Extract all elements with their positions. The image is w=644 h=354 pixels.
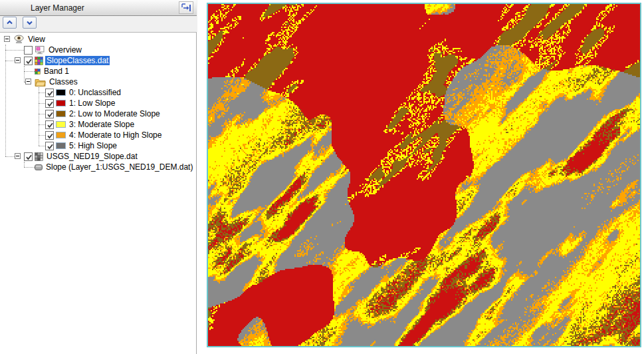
class-color-swatch[interactable]	[56, 89, 66, 96]
tree-row-2-low-to-moderate-slope[interactable]: 2: Low to Moderate Slope	[0, 108, 196, 119]
checkbox-checked[interactable]	[45, 99, 54, 108]
dock-right-icon[interactable]	[179, 1, 193, 14]
tree-connector-line	[39, 135, 45, 136]
checkbox-checked[interactable]	[45, 110, 54, 118]
tree-connector-line	[5, 50, 24, 51]
tree-row-content: Slope (Layer_1:USGS_NED19_DEM.dat)	[35, 162, 194, 172]
tree-label[interactable]: SlopeClasses.dat	[45, 56, 110, 65]
tree-connector-line	[5, 156, 15, 157]
tree-row-content: 5: High Slope	[45, 140, 118, 151]
tree-row-overview[interactable]: Overview	[0, 45, 196, 55]
tree-row-slope-layer-1-usgs-ned19-dem-dat[interactable]: Slope (Layer_1:USGS_NED19_DEM.dat)	[0, 162, 196, 172]
panel-title: Layer Manager	[0, 3, 84, 13]
tree-row-content: View	[13, 34, 47, 45]
expander-minus-icon[interactable]	[4, 36, 10, 42]
tree-label[interactable]: 5: High Slope	[68, 141, 118, 150]
tree-row-content: 2: Low to Moderate Slope	[45, 108, 161, 119]
tree-label[interactable]: USGS_NED19_Slope.dat	[45, 152, 139, 161]
tree-label[interactable]: 2: Low to Moderate Slope	[68, 109, 161, 118]
tree-row-content: USGS_NED19_Slope.dat	[24, 151, 139, 162]
tree-row-content: Band 1	[35, 66, 70, 77]
checkbox-checked[interactable]	[24, 57, 33, 65]
expander-minus-icon[interactable]	[25, 79, 31, 85]
tree-label[interactable]: Band 1	[43, 67, 70, 76]
class-color-swatch[interactable]	[56, 142, 66, 149]
tree-connector-line	[24, 167, 35, 168]
color-raster-icon	[35, 57, 43, 65]
expander-minus-icon[interactable]	[15, 153, 21, 159]
expander-minus-icon[interactable]	[15, 57, 21, 63]
checkbox-unchecked[interactable]	[24, 46, 33, 55]
tree-row-usgs-ned19-slope-dat[interactable]: USGS_NED19_Slope.dat	[0, 151, 196, 162]
checkbox-checked[interactable]	[45, 142, 54, 150]
tree-row-content: 3: Moderate Slope	[45, 119, 136, 130]
tree-connector-line	[39, 103, 45, 104]
class-color-swatch[interactable]	[56, 110, 66, 117]
tree-label[interactable]: 1: Low Slope	[68, 98, 116, 108]
tree-toolbar	[0, 17, 37, 31]
tree-row-content: Overview	[24, 45, 83, 55]
tree-row-1-low-slope[interactable]: 1: Low Slope	[0, 98, 196, 108]
tree-connector-line	[5, 61, 15, 61]
tree-row-5-high-slope[interactable]: 5: High Slope	[0, 140, 196, 151]
map-canvas[interactable]	[208, 4, 640, 346]
tree-label[interactable]: View	[27, 35, 47, 44]
class-color-swatch[interactable]	[56, 121, 66, 128]
tree-connector-line	[39, 114, 45, 114]
tree-row-slopeclasses-dat[interactable]: SlopeClasses.dat	[0, 55, 196, 66]
slope-layer-icon	[35, 164, 43, 170]
tree-row-content: SlopeClasses.dat	[24, 55, 110, 66]
tree-row-content: 0: Unclassified	[45, 87, 122, 98]
tree-row-band-1[interactable]: Band 1	[0, 66, 196, 77]
tree-label[interactable]: Slope (Layer_1:USGS_NED19_DEM.dat)	[45, 162, 194, 172]
tree-label[interactable]: 3: Moderate Slope	[68, 120, 136, 129]
band-grid-icon	[35, 69, 41, 75]
tree-row-content: 4: Moderate to High Slope	[45, 130, 163, 140]
panel-titlebar: Layer Manager	[0, 0, 197, 16]
layer-tree[interactable]: View OverviewSlopeClasses.datBand 1 Clas…	[0, 32, 197, 354]
layer-manager-panel: Layer Manager	[0, 0, 197, 32]
checkbox-checked[interactable]	[45, 88, 54, 97]
tree-connector-line	[24, 71, 35, 72]
gray-raster-icon	[35, 152, 43, 161]
folder-icon	[35, 78, 46, 87]
tree-connector-line	[39, 146, 45, 146]
map-view	[207, 3, 641, 347]
tree-label[interactable]: 0: Unclassified	[68, 88, 122, 97]
tree-label[interactable]: Classes	[48, 77, 79, 87]
tree-row-4-moderate-to-high-slope[interactable]: 4: Moderate to High Slope	[0, 130, 196, 140]
tree-label[interactable]: 4: Moderate to High Slope	[68, 130, 163, 140]
tree-row-content: 1: Low Slope	[45, 98, 116, 108]
checkbox-checked[interactable]	[45, 120, 54, 129]
tree-row-content: Classes	[35, 77, 79, 87]
tree-row-0-unclassified[interactable]: 0: Unclassified	[0, 87, 196, 98]
checkbox-checked[interactable]	[24, 152, 33, 161]
overview-monitor-icon	[35, 45, 45, 55]
chevron-up-icon[interactable]	[3, 17, 17, 29]
class-color-swatch[interactable]	[56, 100, 66, 106]
tree-row-classes[interactable]: Classes	[0, 77, 196, 87]
class-color-swatch[interactable]	[56, 132, 66, 138]
chevron-down-icon[interactable]	[23, 17, 37, 29]
view-eye-icon	[13, 35, 25, 44]
checkbox-checked[interactable]	[45, 131, 54, 140]
tree-connector-line	[39, 124, 45, 125]
tree-connector-line	[39, 92, 45, 93]
tree-row-3-moderate-slope[interactable]: 3: Moderate Slope	[0, 119, 196, 130]
tree-label[interactable]: Overview	[47, 45, 83, 55]
tree-row-view[interactable]: View	[0, 34, 196, 45]
